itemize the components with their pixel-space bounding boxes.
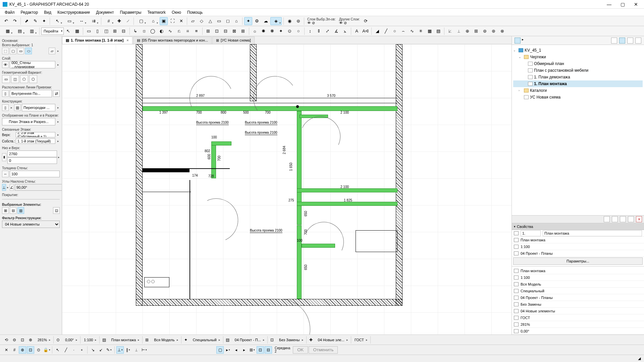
perp-3[interactable]: ⟂ (132, 346, 140, 354)
trim-1[interactable]: ↘ (89, 346, 97, 354)
props-btn-4[interactable] (628, 216, 634, 222)
nav-btn-2[interactable] (619, 38, 625, 44)
ok-button[interactable]: OK (293, 346, 308, 354)
scale-value[interactable]: 1:100▸ (81, 336, 100, 344)
reno-select[interactable]: 04 Новые элементы (2, 221, 60, 228)
tab-close[interactable]: × (126, 38, 128, 42)
view-btn-3[interactable]: ▥ (26, 27, 38, 35)
goto-combo[interactable]: Перейти (41, 27, 64, 35)
tool-b[interactable]: ◇ (198, 17, 206, 25)
display-field[interactable]: План Этажа и Разрез... (2, 118, 55, 125)
params-button[interactable]: Параметры... (513, 257, 643, 265)
link-tool[interactable]: ⚙ (253, 17, 261, 25)
camera-tool[interactable]: ⊚ (294, 17, 302, 25)
layer-field[interactable]: 000_Стены ...планировки (10, 61, 55, 68)
replace-icon[interactable]: ⊡ (268, 336, 276, 344)
props-header[interactable]: ▾Свойства (512, 223, 644, 230)
shape-1[interactable]: ▭ (85, 27, 93, 35)
close-button[interactable]: ✕ (633, 1, 639, 8)
resize-grip-icon[interactable]: ◢ (638, 356, 641, 361)
tree-drawings[interactable]: ⌄ Чертежи (513, 54, 643, 60)
slab-tool[interactable]: ✕ (177, 17, 185, 25)
label-tool[interactable]: Aᐊ (362, 27, 370, 35)
sel-mode-4[interactable]: ⬭ (25, 48, 32, 54)
grid-1[interactable]: ⊞ (204, 27, 212, 35)
light-5[interactable]: ⊙ (286, 27, 294, 35)
thickness-input[interactable] (10, 171, 60, 177)
tab-05-plan[interactable]: ▤ [05 План монтажа перегородок и кон... (133, 37, 212, 44)
tree-item-1[interactable]: План с расстановкой мебели (513, 67, 643, 74)
guide-4[interactable]: ∘ (78, 346, 86, 354)
offset-tool[interactable]: ⇉ (88, 17, 99, 25)
zoom-out[interactable]: ⊖ (11, 336, 18, 344)
props-close[interactable]: ✕ (636, 216, 642, 222)
arrow-btn[interactable]: ↖ (64, 27, 72, 35)
nav-btn-1[interactable] (611, 38, 617, 44)
zoom-refresh[interactable]: ⟲ (3, 336, 10, 344)
tree-schema[interactable]: УС Новая схема (513, 94, 643, 101)
perp-4[interactable]: ⊢ (141, 346, 148, 354)
guide-3[interactable]: · (70, 346, 77, 354)
draw-3[interactable]: ○ (391, 27, 399, 35)
marquee-tool[interactable]: ▭ (64, 17, 75, 25)
tool2-1[interactable]: ↳ (131, 27, 140, 35)
tool-c[interactable]: △ (206, 17, 214, 25)
sel-mode-5[interactable]: ▱ (49, 48, 55, 54)
tree-item-2[interactable]: 1. План демонтажа (513, 74, 643, 80)
shape-5[interactable]: ⊟ (120, 27, 128, 35)
trim-3[interactable]: ✎ (105, 346, 113, 354)
tab-schema[interactable]: ⊞ [УС Новая схема] (212, 37, 255, 44)
zoom-fit[interactable]: ⊡ (19, 336, 26, 344)
gost-value[interactable]: ГОСТ▸ (352, 336, 371, 344)
tab-plan-montage[interactable]: ▤ 1. План монтажа [1. 1-й этаж] × (62, 37, 132, 44)
maximize-button[interactable]: ▢ (619, 1, 626, 8)
dim-2[interactable]: ⇕ (315, 27, 323, 35)
tree-root[interactable]: ⌄ KV_45_1 (513, 47, 643, 54)
menu-design[interactable]: Конструирование (55, 9, 93, 15)
misc-5[interactable]: ⊚ (481, 27, 489, 35)
nav-mode-active[interactable] (515, 38, 521, 44)
tool2-7[interactable]: ⌗ (184, 27, 192, 35)
grid-2[interactable]: ⊡ (213, 27, 221, 35)
sel-elem-3[interactable]: ▥ (17, 207, 24, 214)
drawing-canvas[interactable]: 2 897 3 570 1 397 700 800 500 700 2 100 … (62, 44, 512, 335)
story-own-exp[interactable]: ▸ (56, 139, 60, 143)
tool2-3[interactable]: ◯ (149, 27, 157, 35)
mid-6[interactable]: ⊡ (257, 346, 264, 354)
mid-7[interactable]: ⊟ (265, 346, 272, 354)
snap-4[interactable]: ⊡ (27, 346, 34, 354)
project-value[interactable]: 04 Проект - П...▸ (232, 336, 268, 344)
angle-value[interactable]: 0,00°▸ (62, 336, 80, 344)
dim-3[interactable]: ⤢ (324, 27, 332, 35)
mid-2[interactable]: ▸ (224, 346, 232, 354)
light-2[interactable]: ✺ (260, 27, 268, 35)
tree-catalogs[interactable]: › Каталоги (513, 87, 643, 94)
arrow-tool[interactable]: ↖ (52, 17, 63, 25)
light-1[interactable]: ☼ (251, 27, 259, 35)
nav-btn-4[interactable] (635, 38, 641, 44)
layer-vis-icon[interactable]: 👁 (2, 61, 9, 68)
zoom-in[interactable]: ⊕ (27, 336, 34, 344)
misc-6[interactable]: ⊛ (490, 27, 498, 35)
sel-mode-2[interactable]: ▢ (10, 48, 16, 54)
props-btn-1[interactable] (604, 216, 610, 222)
menu-file[interactable]: Файл (2, 9, 17, 15)
geom-2[interactable]: ◫ (11, 75, 19, 83)
grid-5[interactable]: ⊞ (239, 27, 247, 35)
roof-tool[interactable]: ⛶ (168, 17, 176, 25)
dim-4[interactable]: ∡ (332, 27, 340, 35)
menu-editor[interactable]: Редактор (18, 9, 41, 15)
grid-4[interactable]: ⊠ (230, 27, 238, 35)
story-own-field[interactable]: 1. 1-й этаж (Текущий) (16, 138, 55, 144)
tool-e[interactable]: ◻ (224, 17, 232, 25)
angle-icon-1[interactable]: ⊥ (2, 184, 6, 191)
prop-name[interactable]: План монтажа (543, 230, 642, 236)
height-top-input[interactable] (7, 150, 57, 157)
shape-4[interactable]: ⊞ (111, 27, 119, 35)
props-btn-2[interactable] (612, 216, 618, 222)
menu-view[interactable]: Вид (41, 9, 54, 15)
wall-tool[interactable]: ▢ (136, 17, 147, 25)
menu-teamwork[interactable]: Teamwork (145, 9, 168, 15)
tool2-2[interactable]: ⎅ (140, 27, 148, 35)
pick-button[interactable]: ⬈ (22, 17, 31, 25)
